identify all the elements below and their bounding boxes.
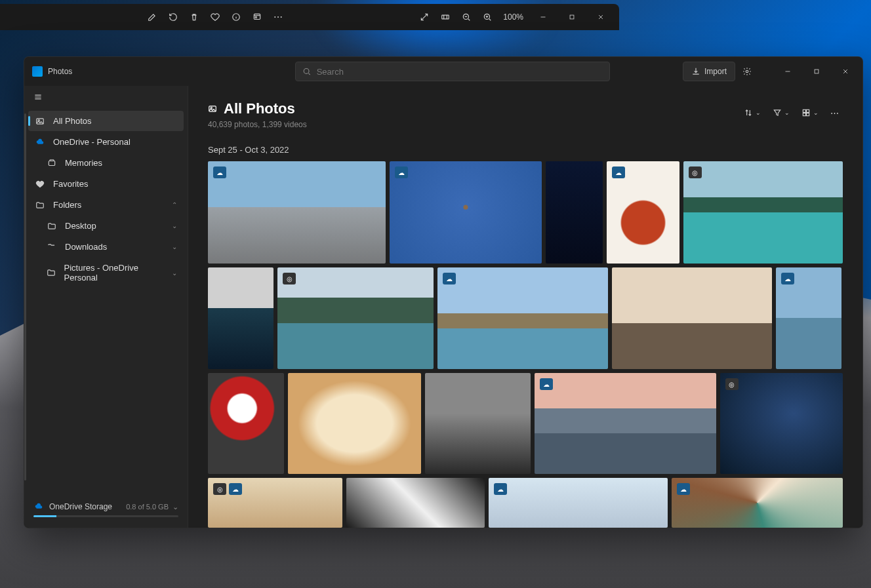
photo-thumbnail[interactable]: ☁ <box>390 161 542 264</box>
import-button[interactable]: Import <box>683 62 735 81</box>
maximize-button[interactable] <box>559 7 585 27</box>
gallery-icon <box>208 100 217 117</box>
cloud-badge-icon: ☁ <box>229 483 242 495</box>
photo-thumbnail[interactable]: ☁ <box>208 161 386 264</box>
cloud-badge-icon: ☁ <box>395 167 408 178</box>
sidebar-item-memories[interactable]: Memories <box>28 153 184 173</box>
folder-icon <box>47 268 56 277</box>
print-icon[interactable] <box>248 8 266 26</box>
sidebar-label: Desktop <box>65 221 96 231</box>
photo-thumbnail[interactable]: ☁ <box>535 373 716 474</box>
photo-thumbnail[interactable] <box>546 161 603 264</box>
sidebar-item-onedrive[interactable]: OneDrive - Personal <box>28 132 184 152</box>
close-button[interactable] <box>588 7 614 27</box>
photo-thumbnail[interactable] <box>612 267 772 369</box>
photo-thumbnail[interactable]: ◎☁ <box>208 478 342 528</box>
search-icon <box>302 67 311 76</box>
photo-thumbnail[interactable] <box>346 478 485 528</box>
zoom-out-icon[interactable] <box>457 8 476 26</box>
more-button[interactable]: ⋯ <box>826 103 843 123</box>
sidebar-item-all-photos[interactable]: All Photos <box>28 111 184 131</box>
app-icon <box>32 66 43 77</box>
filter-button[interactable]: ⌄ <box>769 103 794 123</box>
layout-button[interactable]: ⌄ <box>798 103 822 123</box>
fullscreen-icon[interactable] <box>415 8 434 26</box>
photo-thumbnail[interactable] <box>208 373 284 474</box>
svg-rect-6 <box>570 15 574 19</box>
chevron-down-icon[interactable]: ⌄ <box>172 503 178 511</box>
minimize-button[interactable] <box>775 62 801 81</box>
maximize-button[interactable] <box>803 62 830 81</box>
more-icon[interactable]: ⋯ <box>269 8 287 26</box>
info-icon[interactable] <box>227 8 245 26</box>
favorite-icon[interactable] <box>206 8 224 26</box>
zoom-level: 100% <box>503 12 523 22</box>
svg-point-8 <box>746 70 748 73</box>
photo-thumbnail[interactable]: ☁ <box>776 267 841 369</box>
live-badge-icon: ◎ <box>283 273 296 284</box>
edit-icon[interactable] <box>143 8 161 26</box>
page-title: All Photos <box>224 100 295 117</box>
photos-app-window: Photos Import All Photos <box>24 56 863 528</box>
storage-label: OneDrive Storage <box>49 502 112 511</box>
sidebar-item-favorites[interactable]: Favorites <box>28 174 184 194</box>
svg-point-7 <box>304 69 310 74</box>
minimize-button[interactable] <box>530 7 556 27</box>
main-content: All Photos 40,639 photos, 1,399 videos ⌄… <box>188 86 862 528</box>
svg-rect-1 <box>254 14 260 19</box>
live-badge-icon: ◎ <box>725 378 739 390</box>
storage-bar <box>33 515 178 517</box>
sidebar-scrollbar[interactable] <box>24 113 26 480</box>
photo-thumbnail[interactable]: ☁ <box>607 161 679 264</box>
photo-thumbnail[interactable] <box>288 373 421 474</box>
svg-rect-13 <box>50 159 54 161</box>
sidebar-label: Pictures - OneDrive Personal <box>64 263 165 283</box>
sidebar-item-folders[interactable]: Folders ⌃ <box>28 195 184 215</box>
grid-icon <box>801 108 811 117</box>
photo-thumbnail[interactable] <box>425 373 531 474</box>
folder-icon <box>47 243 57 252</box>
photo-thumbnail[interactable]: ☁ <box>437 267 608 369</box>
filter-icon <box>773 108 782 117</box>
photo-viewer-window-titlebar: ⋯ 100% <box>0 4 619 30</box>
search-field[interactable] <box>317 67 603 77</box>
cloud-badge-icon: ☁ <box>781 273 794 284</box>
photo-thumbnail[interactable]: ◎ <box>683 161 843 264</box>
photo-thumbnail[interactable]: ◎ <box>720 373 843 474</box>
storage-indicator: OneDrive Storage 0.8 of 5.0 GB⌄ <box>24 494 188 528</box>
delete-icon[interactable] <box>185 8 203 26</box>
chevron-down-icon: ⌄ <box>172 269 177 277</box>
sidebar-label: Favorites <box>53 179 88 189</box>
close-button[interactable] <box>832 62 859 81</box>
cloud-badge-icon: ☁ <box>213 167 226 178</box>
sidebar-item-folder-downloads[interactable]: Downloads ⌄ <box>28 237 184 257</box>
filmstrip-icon[interactable] <box>436 8 455 26</box>
settings-icon[interactable] <box>738 62 756 81</box>
page-subtitle: 40,639 photos, 1,399 videos <box>208 120 307 129</box>
sort-button[interactable]: ⌄ <box>740 103 765 123</box>
rotate-icon[interactable] <box>164 8 182 26</box>
live-badge-icon: ◎ <box>213 483 226 495</box>
hamburger-icon[interactable] <box>24 86 188 111</box>
svg-rect-16 <box>803 109 805 112</box>
heart-icon <box>35 180 45 189</box>
import-label: Import <box>704 67 727 76</box>
sidebar-item-folder-pictures[interactable]: Pictures - OneDrive Personal ⌄ <box>28 258 184 288</box>
photo-thumbnail[interactable] <box>208 267 273 369</box>
svg-rect-9 <box>815 69 819 73</box>
cloud-badge-icon: ☁ <box>494 483 507 495</box>
zoom-in-icon[interactable] <box>478 8 496 26</box>
photo-thumbnail[interactable]: ◎ <box>277 267 434 369</box>
svg-rect-17 <box>807 109 809 112</box>
search-input[interactable] <box>295 62 610 81</box>
photo-thumbnail[interactable]: ☁ <box>489 478 668 528</box>
folder-icon <box>47 222 57 231</box>
memories-icon <box>47 159 57 168</box>
sidebar-item-folder-desktop[interactable]: Desktop ⌄ <box>28 216 184 236</box>
photo-thumbnail[interactable]: ☁ <box>672 478 843 528</box>
svg-rect-18 <box>803 113 805 116</box>
live-badge-icon: ◎ <box>689 167 702 178</box>
app-title: Photos <box>48 67 72 76</box>
folder-icon <box>35 201 45 210</box>
svg-rect-19 <box>807 113 809 116</box>
